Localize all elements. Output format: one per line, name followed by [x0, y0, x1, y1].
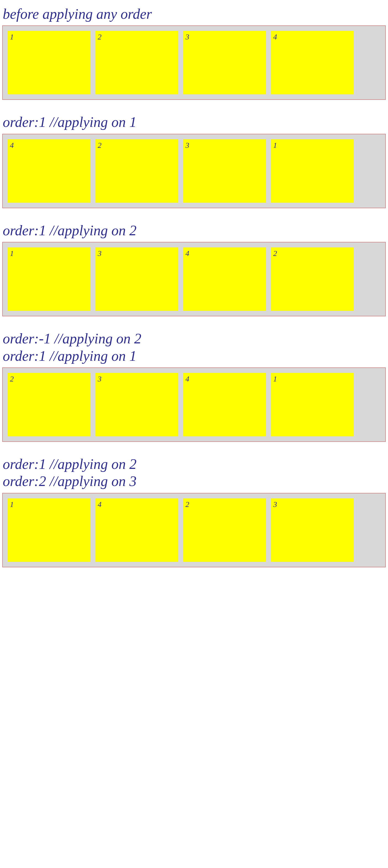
item-number: 1 [10, 500, 14, 509]
item-number: 2 [273, 249, 277, 258]
list-item: 1 [271, 139, 354, 203]
section-3: order:1 //applying on 2 1 3 4 2 [0, 217, 388, 316]
section-1: before applying any order 1 2 3 4 [0, 0, 388, 100]
list-item: 1 [8, 498, 91, 562]
item-number: 3 [98, 375, 101, 383]
section-4-label: order:-1 //applying on 2 order:1 //apply… [0, 324, 388, 367]
list-item: 1 [8, 31, 91, 94]
list-item: 2 [8, 373, 91, 436]
item-number: 1 [273, 141, 277, 150]
item-number: 2 [185, 500, 189, 509]
list-item: 2 [95, 139, 178, 203]
item-number: 4 [185, 249, 189, 258]
item-number: 4 [10, 141, 14, 150]
section-5-label-line-2: order:2 //applying on 3 [3, 473, 137, 489]
section-5: order:1 //applying on 2 order:2 //applyi… [0, 450, 388, 567]
list-item: 4 [8, 139, 91, 203]
section-2: order:1 //applying on 1 4 2 3 1 [0, 108, 388, 208]
item-number: 1 [10, 249, 14, 258]
item-number: 1 [273, 375, 277, 383]
list-item: 3 [183, 31, 266, 94]
flex-container-1: 1 2 3 4 [2, 25, 386, 100]
section-5-label-line-1: order:1 //applying on 2 [3, 456, 137, 472]
list-item: 2 [95, 31, 178, 94]
item-number: 4 [185, 375, 189, 383]
item-number: 2 [10, 375, 14, 383]
section-5-label: order:1 //applying on 2 order:2 //applyi… [0, 450, 388, 493]
section-4: order:-1 //applying on 2 order:1 //apply… [0, 324, 388, 442]
list-item: 1 [8, 247, 91, 311]
list-item: 3 [95, 247, 178, 311]
list-item: 2 [183, 498, 266, 562]
item-number: 4 [273, 33, 277, 41]
item-number: 3 [185, 141, 189, 150]
item-number: 3 [185, 33, 189, 41]
item-number: 3 [273, 500, 277, 509]
item-number: 2 [98, 33, 101, 41]
flex-container-2: 4 2 3 1 [2, 134, 386, 208]
list-item: 3 [183, 139, 266, 203]
list-item: 3 [95, 373, 178, 436]
section-4-label-line-2: order:1 //applying on 1 [3, 348, 137, 364]
item-number: 3 [98, 249, 101, 258]
item-number: 1 [10, 33, 14, 41]
section-3-label: order:1 //applying on 2 [0, 217, 388, 242]
flex-container-5: 1 4 2 3 [2, 493, 386, 567]
item-number: 4 [98, 500, 101, 509]
item-number: 2 [98, 141, 101, 150]
section-2-label: order:1 //applying on 1 [0, 108, 388, 133]
list-item: 4 [271, 31, 354, 94]
list-item: 4 [183, 247, 266, 311]
list-item: 1 [271, 373, 354, 436]
flex-container-4: 2 3 4 1 [2, 367, 386, 442]
section-4-label-line-1: order:-1 //applying on 2 [3, 331, 141, 346]
list-item: 2 [271, 247, 354, 311]
flex-container-3: 1 3 4 2 [2, 242, 386, 316]
list-item: 4 [95, 498, 178, 562]
list-item: 4 [183, 373, 266, 436]
list-item: 3 [271, 498, 354, 562]
section-1-label: before applying any order [0, 0, 388, 25]
